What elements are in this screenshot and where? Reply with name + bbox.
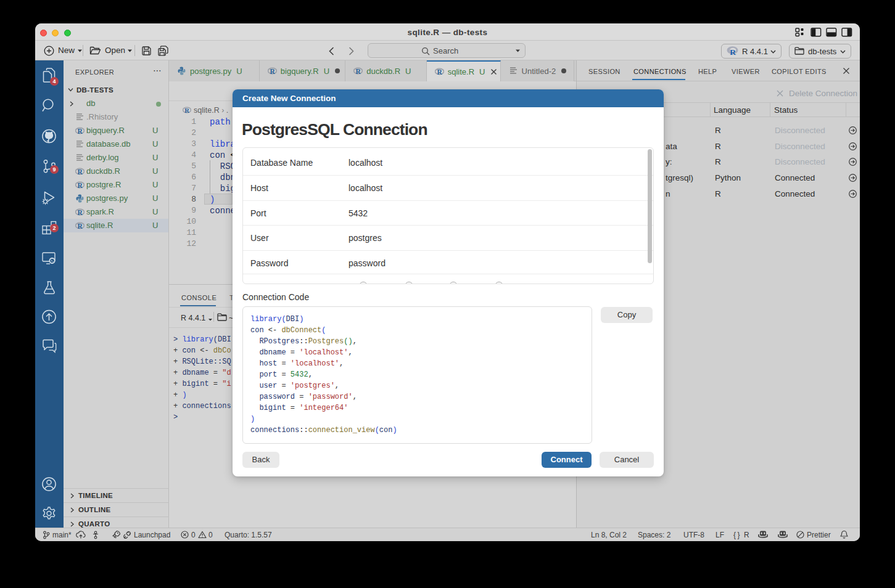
svg-text:R: R	[184, 107, 189, 114]
svg-text:R: R	[78, 128, 83, 135]
svg-text:R: R	[78, 182, 83, 189]
svg-text:R: R	[270, 68, 275, 75]
svg-text:R: R	[356, 68, 361, 75]
svg-text:R: R	[78, 209, 83, 216]
svg-text:R: R	[730, 47, 736, 55]
svg-text:R: R	[78, 168, 83, 176]
svg-text:R: R	[437, 68, 442, 76]
svg-text:R: R	[78, 223, 83, 230]
